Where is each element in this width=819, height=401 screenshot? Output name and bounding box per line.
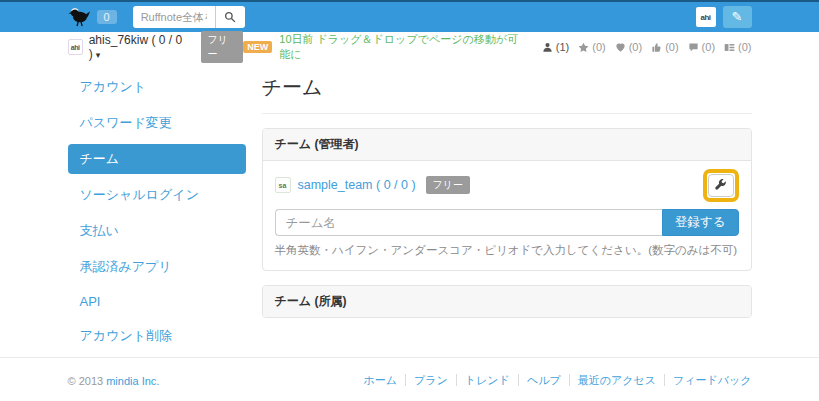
top-navbar: 0 ahi ✎	[0, 0, 819, 32]
click-highlight-box	[703, 169, 739, 202]
sidebar-item-approved-apps[interactable]: 承認済みアプリ	[68, 252, 246, 282]
news-link[interactable]: 10日前 ドラッグ＆ドロップでページの移動が可能に	[279, 32, 523, 62]
team-name-input[interactable]	[275, 209, 662, 236]
activity-stats: (1) (0) (0) (0) (0) (0)	[533, 41, 752, 53]
sidebar-item-delete-account[interactable]: アカウント削除	[68, 321, 246, 351]
sidebar-item-social-login[interactable]: ソーシャルログイン	[68, 180, 246, 210]
star-icon	[578, 42, 589, 53]
settings-sidebar: アカウント パスワード変更 チーム ソーシャルログイン 支払い 承認済みアプリ …	[68, 70, 246, 357]
ruffnote-bird-logo-icon[interactable]	[68, 7, 90, 27]
register-team-button[interactable]: 登録する	[662, 209, 739, 236]
search-input[interactable]	[133, 6, 215, 28]
feed-icon	[724, 42, 735, 53]
footer-link-feedback[interactable]: フィードバック	[664, 374, 752, 386]
team-link[interactable]: sample_team ( 0 / 0 )	[298, 178, 416, 192]
news-area: NEW 10日前 ドラッグ＆ドロップでページの移動が可能に	[243, 32, 523, 62]
footer-link-help[interactable]: ヘルプ	[518, 374, 569, 386]
thumbsup-stat[interactable]: (0)	[651, 41, 678, 53]
thumbsup-icon	[651, 42, 662, 53]
person-icon	[542, 42, 553, 53]
wrench-icon	[715, 179, 727, 191]
team-admin-panel-header: チーム (管理者)	[263, 129, 751, 160]
footer: © 2013 mindia Inc. ホームプラントレンドヘルプ最近のアクセスフ…	[0, 357, 819, 388]
sidebar-item-api[interactable]: API	[68, 288, 246, 315]
team-name-help-text: 半角英数・ハイフン・アンダースコア・ピリオドで入力してください。(数字のみは不可…	[275, 243, 739, 258]
comments-stat[interactable]: (0)	[688, 41, 715, 53]
footer-links: ホームプラントレンドヘルプ最近のアクセスフィードバック	[356, 373, 752, 388]
footer-link-plan[interactable]: プラン	[405, 374, 456, 386]
chevron-down-icon: ▾	[96, 50, 101, 60]
page-title: チーム	[262, 70, 752, 114]
user-meta-bar: ahi ahis_76kiw ( 0 / 0 )▾ フリー NEW 10日前 ド…	[0, 32, 819, 62]
sidebar-item-password[interactable]: パスワード変更	[68, 108, 246, 138]
footer-link-recent-access[interactable]: 最近のアクセス	[569, 374, 664, 386]
search-button[interactable]	[215, 6, 245, 28]
sidebar-item-payment[interactable]: 支払い	[68, 216, 246, 246]
team-admin-panel: チーム (管理者) sa sample_team ( 0 / 0 ) フリー	[262, 128, 752, 271]
team-member-panel-header: チーム (所属)	[263, 286, 751, 317]
followers-stat[interactable]: (1)	[542, 41, 569, 53]
new-note-button[interactable]: ✎	[723, 6, 752, 28]
comment-icon	[688, 42, 699, 53]
team-settings-button[interactable]	[708, 174, 734, 197]
team-row: sa sample_team ( 0 / 0 ) フリー	[275, 169, 739, 201]
copyright: © 2013 mindia Inc.	[68, 375, 160, 387]
user-avatar[interactable]: ahi	[696, 7, 716, 27]
team-member-panel: チーム (所属)	[262, 285, 752, 318]
footer-link-trend[interactable]: トレンド	[456, 374, 518, 386]
team-avatar: sa	[275, 177, 291, 193]
new-badge: NEW	[243, 41, 272, 53]
sidebar-item-account[interactable]: アカウント	[68, 72, 246, 102]
footer-link-home[interactable]: ホーム	[356, 374, 406, 386]
plan-badge: フリー	[201, 31, 244, 63]
notification-count-badge[interactable]: 0	[97, 10, 117, 24]
stars-stat[interactable]: (0)	[578, 41, 605, 53]
username-dropdown[interactable]: ahis_76kiw ( 0 / 0 )▾	[89, 33, 191, 61]
heart-icon	[615, 42, 626, 53]
user-avatar-small[interactable]: ahi	[68, 39, 83, 55]
likes-stat[interactable]: (0)	[615, 41, 642, 53]
sidebar-item-team[interactable]: チーム	[68, 144, 246, 174]
pencil-icon: ✎	[732, 9, 743, 24]
mindia-link[interactable]: mindia Inc.	[106, 375, 159, 387]
global-search	[133, 6, 245, 28]
team-plan-badge: フリー	[426, 176, 470, 194]
pages-stat[interactable]: (0)	[724, 41, 751, 53]
search-icon	[224, 11, 236, 23]
create-team-form: 登録する	[275, 209, 739, 236]
